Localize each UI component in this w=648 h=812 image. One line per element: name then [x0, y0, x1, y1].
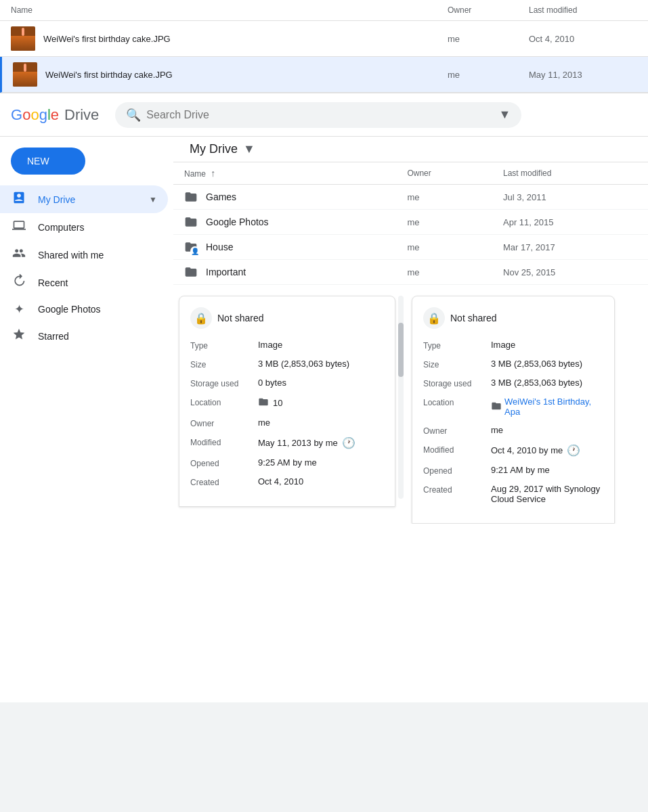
top-file-owner-1: me [448, 34, 529, 44]
computers-icon [11, 219, 27, 235]
top-file-owner-2: me [448, 70, 529, 80]
right-not-shared-text: Not shared [450, 313, 496, 323]
top-file-row-1[interactable]: WeiWei's first birthday cake.JPG me Oct … [0, 21, 648, 57]
sidebar: NEW My Drive ▼ Computers Shared with me [0, 137, 173, 524]
right-location-folder-icon [491, 401, 502, 413]
google-photos-icon: ✦ [11, 302, 27, 317]
top-file-modified-2: May 11, 2013 [529, 70, 637, 80]
right-detail-size: Size 3 MB (2,853,063 bytes) [423, 359, 603, 369]
left-detail-size: Size 3 MB (2,853,063 bytes) [190, 359, 384, 369]
sidebar-item-label-photos: Google Photos [38, 304, 101, 315]
right-detail-type: Type Image [423, 340, 603, 351]
bottom-panels: 🔒 Not shared Type Image Size 3 MB (2,853… [173, 296, 648, 524]
left-lock-icon: 🔒 [190, 307, 212, 329]
sidebar-item-my-drive[interactable]: My Drive ▼ [0, 185, 168, 213]
main-content: My Drive ▼ Name ↑ Owner Last modified [173, 137, 648, 524]
left-not-shared-text: Not shared [217, 313, 263, 323]
recent-icon [11, 274, 27, 291]
right-location-value: WeiWei's 1st Birthday, Apa [504, 397, 603, 417]
file-thumbnail-1 [11, 26, 35, 51]
top-table-header: Name Owner Last modified [0, 0, 648, 21]
sidebar-item-label-computers: Computers [38, 222, 84, 233]
left-detail-storage: Storage used 0 bytes [190, 378, 384, 388]
location-folder-icon [258, 397, 269, 409]
house-folder-icon: 👤 [184, 240, 198, 254]
folder-icon [184, 190, 198, 204]
right-detail-location: Location WeiWei's 1st Birthday, Apa [423, 397, 603, 417]
right-detail-storage: Storage used 3 MB (2,853,063 bytes) [423, 378, 603, 388]
right-detail-owner: Owner me [423, 425, 603, 436]
google-drive-logo: Google Drive [11, 106, 99, 124]
page-title: My Drive ▼ [190, 142, 255, 156]
top-header-modified: Last modified [529, 5, 637, 15]
starred-icon [11, 328, 27, 344]
left-detail-panel: 🔒 Not shared Type Image Size 3 MB (2,853… [179, 296, 395, 507]
my-drive-title-text: My Drive [190, 142, 238, 156]
logo-drive-text: Drive [64, 106, 99, 124]
left-detail-type: Type Image [190, 340, 384, 351]
top-file-row-2[interactable]: WeiWei's first birthday cake.JPG me May … [0, 57, 648, 93]
right-history-icon[interactable]: 🕐 [567, 444, 580, 457]
files-table: Name ↑ Owner Last modified [173, 162, 648, 285]
folder-icon [184, 265, 198, 279]
top-header-name: Name [11, 5, 448, 15]
right-detail-created: Created Aug 29, 2017 with Synology Cloud… [423, 484, 603, 504]
drive-app: Google Drive 🔍 ▼ NEW My Drive ▼ [0, 93, 648, 702]
title-dropdown-icon[interactable]: ▼ [243, 142, 255, 156]
table-row[interactable]: Google Photos me Apr 11, 2015 [173, 210, 648, 235]
history-icon[interactable]: 🕐 [342, 436, 355, 449]
search-icon: 🔍 [126, 108, 141, 122]
location-value: 10 [273, 398, 282, 408]
th-name: Name ↑ [173, 162, 396, 185]
sidebar-item-label-recent: Recent [38, 277, 68, 288]
left-detail-opened: Opened 9:25 AM by me [190, 457, 384, 468]
search-input[interactable] [146, 109, 498, 121]
top-file-name-2: WeiWei's first birthday cake.JPG [45, 70, 448, 80]
search-dropdown-icon[interactable]: ▼ [499, 108, 511, 122]
th-owner: Owner [396, 162, 492, 185]
shared-person-icon: 👤 [190, 246, 200, 256]
new-button[interactable]: NEW [11, 148, 85, 175]
th-modified: Last modified [492, 162, 648, 185]
table-header-row: Name ↑ Owner Last modified [173, 162, 648, 185]
scroll-bar[interactable] [398, 296, 404, 499]
file-row-name-important: Important [184, 265, 385, 279]
sidebar-item-google-photos[interactable]: ✦ Google Photos [0, 296, 168, 322]
right-detail-opened: Opened 9:21 AM by me [423, 465, 603, 476]
file-row-name-games: Games [184, 190, 385, 204]
sidebar-item-label-shared: Shared with me [38, 250, 104, 261]
right-sharing-badge: 🔒 Not shared [423, 307, 603, 329]
sidebar-item-recent[interactable]: Recent [0, 269, 168, 296]
table-row[interactable]: Important me Nov 25, 2015 [173, 260, 648, 285]
left-detail-owner: Owner me [190, 418, 384, 428]
sort-arrow-icon: ↑ [211, 168, 215, 179]
right-detail-panel: 🔒 Not shared Type Image Size 3 MB (2,853… [412, 296, 615, 524]
left-detail-modified: Modified May 11, 2013 by me 🕐 [190, 436, 384, 449]
top-header-owner: Owner [448, 5, 529, 15]
main-header: My Drive ▼ [173, 137, 648, 162]
file-row-name-google-photos: Google Photos [184, 215, 385, 229]
top-file-comparison: Name Owner Last modified WeiWei's first … [0, 0, 648, 93]
file-row-name-house: 👤 House [184, 240, 385, 254]
right-detail-modified: Modified Oct 4, 2010 by me 🕐 [423, 444, 603, 457]
top-file-name-1: WeiWei's first birthday cake.JPG [43, 34, 448, 44]
left-detail-location: Location 10 [190, 397, 384, 409]
left-sharing-badge: 🔒 Not shared [190, 307, 384, 329]
shared-with-me-icon [11, 246, 27, 263]
sidebar-item-label-starred: Starred [38, 331, 69, 342]
folder-icon [184, 215, 198, 229]
sidebar-item-starred[interactable]: Starred [0, 322, 168, 350]
scroll-thumb [398, 323, 404, 377]
sidebar-item-shared-with-me[interactable]: Shared with me [0, 241, 168, 269]
sidebar-item-label-my-drive: My Drive [38, 194, 75, 205]
search-bar[interactable]: 🔍 ▼ [115, 102, 521, 128]
expand-icon: ▼ [149, 195, 157, 204]
table-row[interactable]: 👤 House me Mar 17, 2017 [173, 235, 648, 260]
app-header: Google Drive 🔍 ▼ [0, 93, 648, 137]
drive-body: NEW My Drive ▼ Computers Shared with me [0, 137, 648, 524]
sidebar-item-computers[interactable]: Computers [0, 213, 168, 241]
table-row[interactable]: Games me Jul 3, 2011 [173, 185, 648, 210]
right-lock-icon: 🔒 [423, 307, 445, 329]
top-file-modified-1: Oct 4, 2010 [529, 34, 637, 44]
left-detail-created: Created Oct 4, 2010 [190, 476, 384, 487]
